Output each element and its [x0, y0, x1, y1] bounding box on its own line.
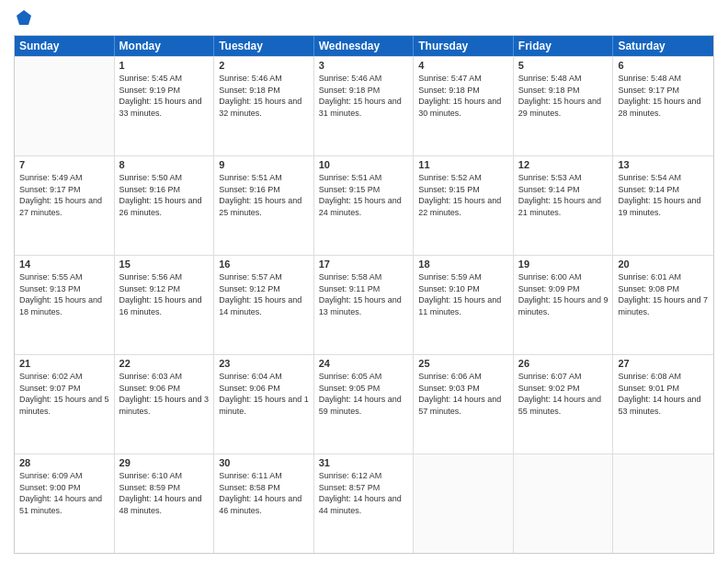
day-info: Sunrise: 6:11 AMSunset: 8:58 PMDaylight:…: [219, 470, 309, 516]
calendar-cell-3-6: 19Sunrise: 6:00 AMSunset: 9:09 PMDayligh…: [514, 256, 614, 354]
calendar-cell-1-3: 2Sunrise: 5:46 AMSunset: 9:18 PMDaylight…: [214, 57, 314, 155]
day-number: 20: [618, 259, 709, 270]
calendar-row-4: 21Sunrise: 6:02 AMSunset: 9:07 PMDayligh…: [15, 354, 713, 454]
day-info: Sunrise: 6:04 AMSunset: 9:06 PMDaylight:…: [219, 371, 309, 417]
calendar-cell-1-1: [15, 57, 115, 155]
day-info: Sunrise: 5:45 AMSunset: 9:19 PMDaylight:…: [119, 73, 210, 119]
day-number: 3: [319, 60, 409, 71]
day-info: Sunrise: 5:53 AMSunset: 9:14 PMDaylight:…: [518, 172, 609, 218]
day-number: 26: [518, 358, 609, 369]
calendar-cell-4-2: 22Sunrise: 6:03 AMSunset: 9:06 PMDayligh…: [115, 355, 215, 454]
day-info: Sunrise: 6:07 AMSunset: 9:02 PMDaylight:…: [518, 371, 609, 417]
day-info: Sunrise: 6:03 AMSunset: 9:06 PMDaylight:…: [119, 371, 210, 417]
day-info: Sunrise: 5:51 AMSunset: 9:16 PMDaylight:…: [219, 172, 309, 218]
calendar-cell-5-5: [414, 454, 514, 553]
calendar-cell-4-5: 25Sunrise: 6:06 AMSunset: 9:03 PMDayligh…: [414, 355, 514, 454]
calendar-header: SundayMondayTuesdayWednesdayThursdayFrid…: [15, 36, 713, 56]
day-number: 29: [119, 457, 210, 468]
day-number: 16: [219, 259, 309, 270]
day-number: 24: [319, 358, 409, 369]
calendar-cell-5-7: [613, 454, 713, 553]
day-number: 15: [119, 259, 210, 270]
day-info: Sunrise: 5:48 AMSunset: 9:18 PMDaylight:…: [518, 73, 609, 119]
day-number: 2: [219, 60, 309, 71]
day-info: Sunrise: 6:09 AMSunset: 9:00 PMDaylight:…: [19, 470, 109, 516]
day-number: 4: [418, 60, 508, 71]
day-number: 8: [119, 159, 210, 170]
day-number: 21: [19, 358, 109, 369]
calendar-cell-5-3: 30Sunrise: 6:11 AMSunset: 8:58 PMDayligh…: [214, 454, 314, 553]
day-info: Sunrise: 5:56 AMSunset: 9:12 PMDaylight:…: [119, 271, 210, 317]
day-info: Sunrise: 6:10 AMSunset: 8:59 PMDaylight:…: [119, 470, 210, 516]
calendar-cell-2-6: 12Sunrise: 5:53 AMSunset: 9:14 PMDayligh…: [514, 156, 614, 255]
calendar-cell-1-6: 5Sunrise: 5:48 AMSunset: 9:18 PMDaylight…: [514, 57, 614, 155]
day-info: Sunrise: 5:47 AMSunset: 9:18 PMDaylight:…: [418, 73, 508, 119]
calendar-row-5: 28Sunrise: 6:09 AMSunset: 9:00 PMDayligh…: [15, 454, 713, 553]
day-number: 1: [119, 60, 210, 71]
calendar-cell-3-2: 15Sunrise: 5:56 AMSunset: 9:12 PMDayligh…: [115, 256, 215, 354]
day-number: 12: [518, 159, 609, 170]
header-day-monday: Monday: [115, 36, 215, 56]
header-day-tuesday: Tuesday: [214, 36, 314, 56]
calendar: SundayMondayTuesdayWednesdayThursdayFrid…: [14, 35, 714, 554]
calendar-cell-4-4: 24Sunrise: 6:05 AMSunset: 9:05 PMDayligh…: [314, 355, 415, 454]
calendar-cell-1-5: 4Sunrise: 5:47 AMSunset: 9:18 PMDaylight…: [414, 57, 514, 155]
day-info: Sunrise: 6:01 AMSunset: 9:08 PMDaylight:…: [618, 271, 709, 317]
calendar-cell-5-6: [514, 454, 614, 553]
day-number: 18: [418, 259, 508, 270]
day-info: Sunrise: 5:46 AMSunset: 9:18 PMDaylight:…: [319, 73, 409, 119]
calendar-cell-4-7: 27Sunrise: 6:08 AMSunset: 9:01 PMDayligh…: [613, 355, 713, 454]
day-number: 28: [19, 457, 109, 468]
calendar-cell-3-7: 20Sunrise: 6:01 AMSunset: 9:08 PMDayligh…: [613, 256, 713, 354]
calendar-cell-2-4: 10Sunrise: 5:51 AMSunset: 9:15 PMDayligh…: [314, 156, 415, 255]
calendar-body: 1Sunrise: 5:45 AMSunset: 9:19 PMDaylight…: [15, 56, 713, 553]
day-info: Sunrise: 5:55 AMSunset: 9:13 PMDaylight:…: [19, 271, 109, 317]
day-info: Sunrise: 5:48 AMSunset: 9:17 PMDaylight:…: [618, 73, 709, 119]
calendar-cell-2-2: 8Sunrise: 5:50 AMSunset: 9:16 PMDaylight…: [115, 156, 215, 255]
day-info: Sunrise: 6:12 AMSunset: 8:57 PMDaylight:…: [319, 470, 409, 516]
day-number: 13: [618, 159, 709, 170]
calendar-cell-5-1: 28Sunrise: 6:09 AMSunset: 9:00 PMDayligh…: [15, 454, 115, 553]
day-info: Sunrise: 6:06 AMSunset: 9:03 PMDaylight:…: [418, 371, 508, 417]
day-number: 14: [19, 259, 109, 270]
day-number: 6: [618, 60, 709, 71]
calendar-cell-2-5: 11Sunrise: 5:52 AMSunset: 9:15 PMDayligh…: [414, 156, 514, 255]
day-number: 19: [518, 259, 609, 270]
day-number: 10: [319, 159, 409, 170]
day-info: Sunrise: 5:54 AMSunset: 9:14 PMDaylight:…: [618, 172, 709, 218]
header-day-thursday: Thursday: [414, 36, 514, 56]
calendar-cell-1-2: 1Sunrise: 5:45 AMSunset: 9:19 PMDaylight…: [115, 57, 215, 155]
day-info: Sunrise: 5:49 AMSunset: 9:17 PMDaylight:…: [19, 172, 109, 218]
calendar-cell-1-7: 6Sunrise: 5:48 AMSunset: 9:17 PMDaylight…: [613, 57, 713, 155]
day-number: 22: [119, 358, 210, 369]
day-info: Sunrise: 5:57 AMSunset: 9:12 PMDaylight:…: [219, 271, 309, 317]
day-number: 27: [618, 358, 709, 369]
day-number: 11: [418, 159, 508, 170]
day-number: 17: [319, 259, 409, 270]
calendar-cell-3-4: 17Sunrise: 5:58 AMSunset: 9:11 PMDayligh…: [314, 256, 415, 354]
logo-icon: [16, 9, 32, 26]
calendar-cell-4-6: 26Sunrise: 6:07 AMSunset: 9:02 PMDayligh…: [514, 355, 614, 454]
day-number: 25: [418, 358, 508, 369]
header-day-saturday: Saturday: [613, 36, 713, 56]
day-info: Sunrise: 5:51 AMSunset: 9:15 PMDaylight:…: [319, 172, 409, 218]
calendar-cell-1-4: 3Sunrise: 5:46 AMSunset: 9:18 PMDaylight…: [314, 57, 415, 155]
day-number: 23: [219, 358, 309, 369]
day-info: Sunrise: 5:46 AMSunset: 9:18 PMDaylight:…: [219, 73, 309, 119]
calendar-cell-4-3: 23Sunrise: 6:04 AMSunset: 9:06 PMDayligh…: [214, 355, 314, 454]
day-info: Sunrise: 5:58 AMSunset: 9:11 PMDaylight:…: [319, 271, 409, 317]
calendar-row-3: 14Sunrise: 5:55 AMSunset: 9:13 PMDayligh…: [15, 255, 713, 354]
calendar-cell-2-1: 7Sunrise: 5:49 AMSunset: 9:17 PMDaylight…: [15, 156, 115, 255]
day-info: Sunrise: 5:50 AMSunset: 9:16 PMDaylight:…: [119, 172, 210, 218]
day-number: 30: [219, 457, 309, 468]
calendar-cell-3-3: 16Sunrise: 5:57 AMSunset: 9:12 PMDayligh…: [214, 256, 314, 354]
calendar-row-2: 7Sunrise: 5:49 AMSunset: 9:17 PMDaylight…: [15, 155, 713, 255]
day-number: 9: [219, 159, 309, 170]
day-info: Sunrise: 6:02 AMSunset: 9:07 PMDaylight:…: [19, 371, 109, 417]
day-info: Sunrise: 6:08 AMSunset: 9:01 PMDaylight:…: [618, 371, 709, 417]
calendar-cell-3-1: 14Sunrise: 5:55 AMSunset: 9:13 PMDayligh…: [15, 256, 115, 354]
header-day-wednesday: Wednesday: [314, 36, 415, 56]
calendar-cell-2-7: 13Sunrise: 5:54 AMSunset: 9:14 PMDayligh…: [613, 156, 713, 255]
day-info: Sunrise: 6:05 AMSunset: 9:05 PMDaylight:…: [319, 371, 409, 417]
header-day-friday: Friday: [514, 36, 614, 56]
